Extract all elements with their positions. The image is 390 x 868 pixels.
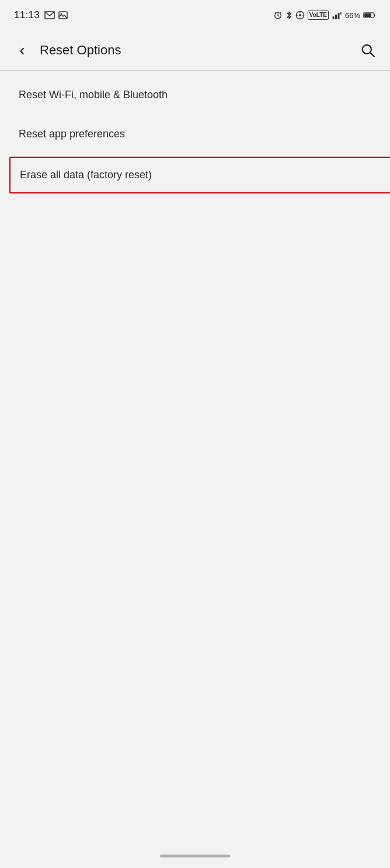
menu-item-label: Reset Wi-Fi, mobile & Bluetooth [19, 89, 168, 101]
battery-icon [363, 11, 376, 19]
status-time: 11:13 [14, 9, 40, 21]
status-bar-left: 11:13 [14, 9, 68, 21]
search-icon [360, 43, 375, 58]
menu-item-label: Reset app preferences [19, 128, 125, 140]
menu-list: Reset Wi-Fi, mobile & Bluetooth Reset ap… [0, 71, 390, 200]
svg-rect-9 [332, 16, 334, 19]
status-bar: 11:13 [0, 0, 390, 30]
svg-rect-14 [364, 13, 371, 17]
status-bar-right: VoLTE 4G+ 66% [273, 11, 376, 20]
svg-line-16 [370, 53, 374, 57]
page-title: Reset Options [40, 43, 355, 58]
menu-item-reset-app-prefs[interactable]: Reset app preferences [0, 115, 390, 154]
status-icons-left [44, 11, 68, 19]
bottom-nav-indicator [160, 855, 230, 857]
toolbar: ‹ Reset Options [0, 30, 390, 70]
alarm-icon [273, 11, 283, 20]
menu-item-erase-all-data[interactable]: Erase all data (factory reset) [9, 157, 390, 193]
svg-point-4 [299, 14, 301, 16]
svg-text:4G+: 4G+ [339, 12, 342, 15]
back-button[interactable]: ‹ [9, 37, 35, 63]
bluetooth-icon [285, 11, 292, 20]
volte-icon: VoLTE [308, 11, 329, 20]
menu-item-reset-wifi[interactable]: Reset Wi-Fi, mobile & Bluetooth [0, 75, 390, 115]
back-icon: ‹ [19, 41, 25, 60]
battery-percent: 66% [345, 11, 360, 20]
signal-icon: 4G+ [332, 11, 342, 19]
search-button[interactable] [355, 37, 381, 63]
svg-rect-10 [335, 15, 337, 19]
menu-item-label: Erase all data (factory reset) [20, 169, 152, 181]
location-icon [295, 11, 305, 20]
gmail-icon [44, 11, 55, 19]
image-icon [58, 11, 68, 19]
